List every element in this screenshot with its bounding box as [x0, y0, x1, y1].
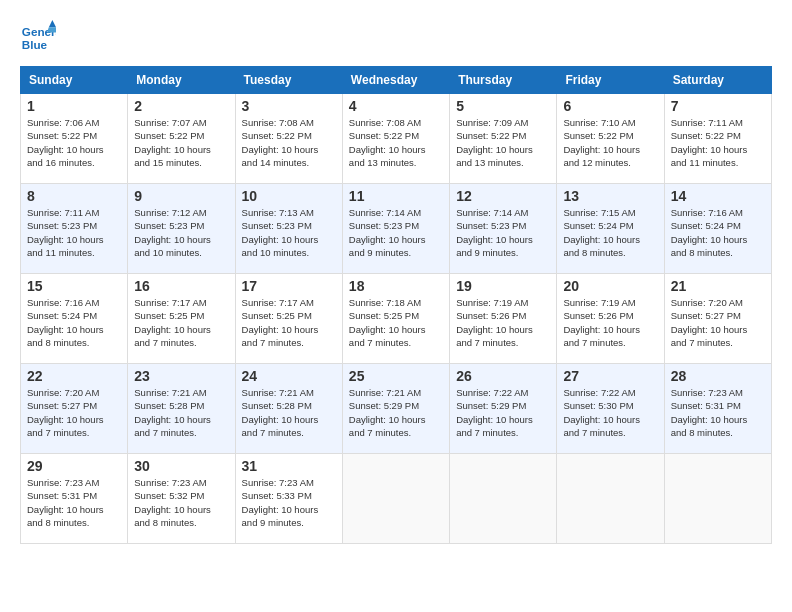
day-header-tuesday: Tuesday — [235, 67, 342, 94]
cell-day-number: 27 — [563, 368, 657, 384]
cell-info-text: Sunrise: 7:07 AM Sunset: 5:22 PM Dayligh… — [134, 116, 228, 169]
cell-day-number: 19 — [456, 278, 550, 294]
cell-day-number: 25 — [349, 368, 443, 384]
cell-info-text: Sunrise: 7:14 AM Sunset: 5:23 PM Dayligh… — [456, 206, 550, 259]
cell-info-text: Sunrise: 7:13 AM Sunset: 5:23 PM Dayligh… — [242, 206, 336, 259]
cell-day-number: 7 — [671, 98, 765, 114]
cell-info-text: Sunrise: 7:23 AM Sunset: 5:33 PM Dayligh… — [242, 476, 336, 529]
cell-info-text: Sunrise: 7:20 AM Sunset: 5:27 PM Dayligh… — [671, 296, 765, 349]
calendar-cell: 29Sunrise: 7:23 AM Sunset: 5:31 PM Dayli… — [21, 454, 128, 544]
cell-day-number: 17 — [242, 278, 336, 294]
cell-info-text: Sunrise: 7:15 AM Sunset: 5:24 PM Dayligh… — [563, 206, 657, 259]
day-header-saturday: Saturday — [664, 67, 771, 94]
cell-info-text: Sunrise: 7:23 AM Sunset: 5:31 PM Dayligh… — [27, 476, 121, 529]
day-header-thursday: Thursday — [450, 67, 557, 94]
calendar-week-row: 8Sunrise: 7:11 AM Sunset: 5:23 PM Daylig… — [21, 184, 772, 274]
cell-day-number: 22 — [27, 368, 121, 384]
calendar-cell: 2Sunrise: 7:07 AM Sunset: 5:22 PM Daylig… — [128, 94, 235, 184]
cell-day-number: 11 — [349, 188, 443, 204]
calendar-week-row: 29Sunrise: 7:23 AM Sunset: 5:31 PM Dayli… — [21, 454, 772, 544]
cell-day-number: 6 — [563, 98, 657, 114]
calendar-header-row: SundayMondayTuesdayWednesdayThursdayFrid… — [21, 67, 772, 94]
cell-day-number: 4 — [349, 98, 443, 114]
calendar-cell: 8Sunrise: 7:11 AM Sunset: 5:23 PM Daylig… — [21, 184, 128, 274]
cell-info-text: Sunrise: 7:20 AM Sunset: 5:27 PM Dayligh… — [27, 386, 121, 439]
calendar-cell: 9Sunrise: 7:12 AM Sunset: 5:23 PM Daylig… — [128, 184, 235, 274]
cell-info-text: Sunrise: 7:17 AM Sunset: 5:25 PM Dayligh… — [134, 296, 228, 349]
calendar-cell: 26Sunrise: 7:22 AM Sunset: 5:29 PM Dayli… — [450, 364, 557, 454]
calendar-cell: 7Sunrise: 7:11 AM Sunset: 5:22 PM Daylig… — [664, 94, 771, 184]
logo: General Blue — [20, 20, 56, 56]
cell-day-number: 9 — [134, 188, 228, 204]
calendar-cell: 22Sunrise: 7:20 AM Sunset: 5:27 PM Dayli… — [21, 364, 128, 454]
calendar-cell: 19Sunrise: 7:19 AM Sunset: 5:26 PM Dayli… — [450, 274, 557, 364]
cell-info-text: Sunrise: 7:22 AM Sunset: 5:29 PM Dayligh… — [456, 386, 550, 439]
cell-info-text: Sunrise: 7:12 AM Sunset: 5:23 PM Dayligh… — [134, 206, 228, 259]
calendar-cell: 20Sunrise: 7:19 AM Sunset: 5:26 PM Dayli… — [557, 274, 664, 364]
cell-info-text: Sunrise: 7:17 AM Sunset: 5:25 PM Dayligh… — [242, 296, 336, 349]
cell-info-text: Sunrise: 7:10 AM Sunset: 5:22 PM Dayligh… — [563, 116, 657, 169]
page-header: General Blue — [20, 20, 772, 56]
cell-day-number: 8 — [27, 188, 121, 204]
cell-info-text: Sunrise: 7:08 AM Sunset: 5:22 PM Dayligh… — [349, 116, 443, 169]
calendar-cell — [557, 454, 664, 544]
calendar-cell: 18Sunrise: 7:18 AM Sunset: 5:25 PM Dayli… — [342, 274, 449, 364]
calendar-cell: 27Sunrise: 7:22 AM Sunset: 5:30 PM Dayli… — [557, 364, 664, 454]
cell-day-number: 1 — [27, 98, 121, 114]
cell-info-text: Sunrise: 7:08 AM Sunset: 5:22 PM Dayligh… — [242, 116, 336, 169]
cell-info-text: Sunrise: 7:06 AM Sunset: 5:22 PM Dayligh… — [27, 116, 121, 169]
cell-day-number: 16 — [134, 278, 228, 294]
cell-info-text: Sunrise: 7:21 AM Sunset: 5:28 PM Dayligh… — [134, 386, 228, 439]
calendar-week-row: 15Sunrise: 7:16 AM Sunset: 5:24 PM Dayli… — [21, 274, 772, 364]
day-header-friday: Friday — [557, 67, 664, 94]
day-header-sunday: Sunday — [21, 67, 128, 94]
calendar-cell: 3Sunrise: 7:08 AM Sunset: 5:22 PM Daylig… — [235, 94, 342, 184]
calendar-cell: 28Sunrise: 7:23 AM Sunset: 5:31 PM Dayli… — [664, 364, 771, 454]
calendar-cell: 24Sunrise: 7:21 AM Sunset: 5:28 PM Dayli… — [235, 364, 342, 454]
calendar-cell: 6Sunrise: 7:10 AM Sunset: 5:22 PM Daylig… — [557, 94, 664, 184]
cell-info-text: Sunrise: 7:11 AM Sunset: 5:23 PM Dayligh… — [27, 206, 121, 259]
cell-info-text: Sunrise: 7:21 AM Sunset: 5:28 PM Dayligh… — [242, 386, 336, 439]
cell-info-text: Sunrise: 7:09 AM Sunset: 5:22 PM Dayligh… — [456, 116, 550, 169]
cell-info-text: Sunrise: 7:16 AM Sunset: 5:24 PM Dayligh… — [27, 296, 121, 349]
logo-icon: General Blue — [20, 20, 56, 56]
cell-info-text: Sunrise: 7:22 AM Sunset: 5:30 PM Dayligh… — [563, 386, 657, 439]
calendar-cell: 13Sunrise: 7:15 AM Sunset: 5:24 PM Dayli… — [557, 184, 664, 274]
calendar-table: SundayMondayTuesdayWednesdayThursdayFrid… — [20, 66, 772, 544]
calendar-cell — [664, 454, 771, 544]
calendar-cell: 21Sunrise: 7:20 AM Sunset: 5:27 PM Dayli… — [664, 274, 771, 364]
calendar-week-row: 1Sunrise: 7:06 AM Sunset: 5:22 PM Daylig… — [21, 94, 772, 184]
calendar-cell: 23Sunrise: 7:21 AM Sunset: 5:28 PM Dayli… — [128, 364, 235, 454]
cell-day-number: 15 — [27, 278, 121, 294]
calendar-cell: 30Sunrise: 7:23 AM Sunset: 5:32 PM Dayli… — [128, 454, 235, 544]
calendar-cell: 10Sunrise: 7:13 AM Sunset: 5:23 PM Dayli… — [235, 184, 342, 274]
cell-info-text: Sunrise: 7:23 AM Sunset: 5:32 PM Dayligh… — [134, 476, 228, 529]
cell-day-number: 26 — [456, 368, 550, 384]
cell-info-text: Sunrise: 7:19 AM Sunset: 5:26 PM Dayligh… — [563, 296, 657, 349]
cell-day-number: 14 — [671, 188, 765, 204]
cell-day-number: 3 — [242, 98, 336, 114]
calendar-cell — [450, 454, 557, 544]
calendar-cell: 4Sunrise: 7:08 AM Sunset: 5:22 PM Daylig… — [342, 94, 449, 184]
calendar-week-row: 22Sunrise: 7:20 AM Sunset: 5:27 PM Dayli… — [21, 364, 772, 454]
calendar-cell: 12Sunrise: 7:14 AM Sunset: 5:23 PM Dayli… — [450, 184, 557, 274]
cell-day-number: 5 — [456, 98, 550, 114]
cell-day-number: 23 — [134, 368, 228, 384]
day-header-monday: Monday — [128, 67, 235, 94]
cell-day-number: 24 — [242, 368, 336, 384]
calendar-cell: 15Sunrise: 7:16 AM Sunset: 5:24 PM Dayli… — [21, 274, 128, 364]
cell-day-number: 29 — [27, 458, 121, 474]
svg-text:Blue: Blue — [22, 38, 48, 51]
cell-info-text: Sunrise: 7:14 AM Sunset: 5:23 PM Dayligh… — [349, 206, 443, 259]
calendar-cell: 5Sunrise: 7:09 AM Sunset: 5:22 PM Daylig… — [450, 94, 557, 184]
day-header-wednesday: Wednesday — [342, 67, 449, 94]
calendar-cell: 25Sunrise: 7:21 AM Sunset: 5:29 PM Dayli… — [342, 364, 449, 454]
cell-day-number: 13 — [563, 188, 657, 204]
cell-info-text: Sunrise: 7:16 AM Sunset: 5:24 PM Dayligh… — [671, 206, 765, 259]
cell-day-number: 2 — [134, 98, 228, 114]
cell-day-number: 10 — [242, 188, 336, 204]
calendar-cell: 11Sunrise: 7:14 AM Sunset: 5:23 PM Dayli… — [342, 184, 449, 274]
cell-day-number: 20 — [563, 278, 657, 294]
cell-info-text: Sunrise: 7:11 AM Sunset: 5:22 PM Dayligh… — [671, 116, 765, 169]
cell-day-number: 18 — [349, 278, 443, 294]
